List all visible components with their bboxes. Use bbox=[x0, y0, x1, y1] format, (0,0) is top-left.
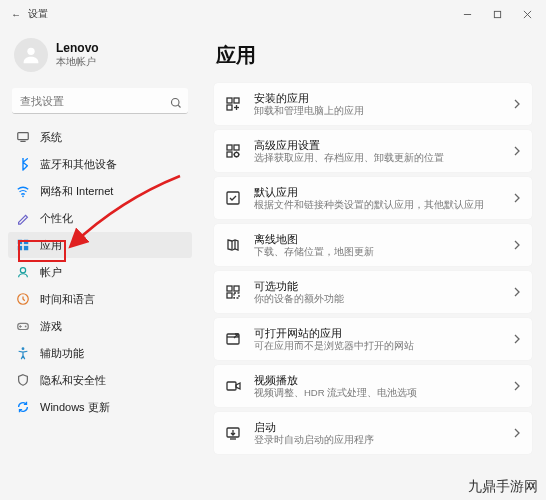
sidebar-item-bluetooth[interactable]: 蓝牙和其他设备 bbox=[8, 151, 192, 177]
sidebar-item-update[interactable]: Windows 更新 bbox=[8, 394, 192, 420]
svg-line-6 bbox=[178, 105, 180, 107]
card-title: 高级应用设置 bbox=[254, 139, 512, 152]
sidebar-item-personalization[interactable]: 个性化 bbox=[8, 205, 192, 231]
svg-rect-33 bbox=[227, 293, 232, 298]
sidebar-item-time[interactable]: 时间和语言 bbox=[8, 286, 192, 312]
search-input[interactable] bbox=[12, 88, 188, 114]
gaming-icon bbox=[16, 319, 30, 333]
card-offline[interactable]: 离线地图 下载、存储位置，地图更新 bbox=[214, 224, 532, 266]
sidebar-item-label: 系统 bbox=[40, 130, 62, 145]
profile[interactable]: Lenovo 本地帐户 bbox=[8, 34, 192, 82]
svg-point-9 bbox=[22, 195, 24, 197]
chevron-right-icon bbox=[512, 95, 522, 113]
openweb-icon bbox=[224, 330, 242, 348]
svg-rect-11 bbox=[24, 240, 28, 244]
card-desc: 卸载和管理电脑上的应用 bbox=[254, 105, 512, 116]
settings-cards: 安装的应用 卸载和管理电脑上的应用 高级应用设置 选择获取应用、存档应用、卸载更… bbox=[214, 83, 532, 454]
svg-rect-28 bbox=[227, 192, 239, 204]
sidebar-item-label: 时间和语言 bbox=[40, 292, 95, 307]
svg-rect-38 bbox=[227, 382, 236, 390]
sidebar-item-label: 隐私和安全性 bbox=[40, 373, 106, 388]
optional-icon bbox=[224, 283, 242, 301]
card-defaults[interactable]: 默认应用 根据文件和链接种类设置的默认应用，其他默认应用 bbox=[214, 177, 532, 219]
chevron-right-icon bbox=[512, 283, 522, 301]
card-desc: 你的设备的额外功能 bbox=[254, 293, 512, 304]
chevron-right-icon bbox=[512, 377, 522, 395]
chevron-right-icon bbox=[512, 236, 522, 254]
sidebar-item-label: 辅助功能 bbox=[40, 346, 84, 361]
chevron-right-icon bbox=[512, 330, 522, 348]
card-optional[interactable]: 可选功能 你的设备的额外功能 bbox=[214, 271, 532, 313]
card-title: 默认应用 bbox=[254, 186, 512, 199]
svg-rect-1 bbox=[494, 11, 500, 17]
sidebar: Lenovo 本地帐户 系统蓝牙和其他设备网络和 Internet个性化应用帐户… bbox=[0, 28, 200, 500]
sidebar-item-apps[interactable]: 应用 bbox=[8, 232, 192, 258]
profile-name: Lenovo bbox=[56, 41, 99, 55]
profile-sub: 本地帐户 bbox=[56, 55, 99, 69]
watermark: 九鼎手游网 bbox=[468, 478, 538, 496]
minimize-button[interactable] bbox=[452, 2, 482, 26]
main-area: 应用 安装的应用 卸载和管理电脑上的应用 高级应用设置 选择获取应用、存档应用、… bbox=[200, 28, 546, 500]
offline-icon bbox=[224, 236, 242, 254]
sidebar-item-label: Windows 更新 bbox=[40, 400, 110, 415]
sidebar-item-network[interactable]: 网络和 Internet bbox=[8, 178, 192, 204]
maximize-button[interactable] bbox=[482, 2, 512, 26]
page-title: 应用 bbox=[216, 42, 532, 69]
svg-rect-7 bbox=[18, 133, 29, 140]
video-icon bbox=[224, 377, 242, 395]
chevron-right-icon bbox=[512, 189, 522, 207]
svg-rect-10 bbox=[18, 240, 22, 244]
card-desc: 登录时自动启动的应用程序 bbox=[254, 434, 512, 445]
card-title: 可选功能 bbox=[254, 280, 512, 293]
back-icon[interactable]: ← bbox=[10, 8, 22, 20]
sidebar-item-label: 游戏 bbox=[40, 319, 62, 334]
sidebar-item-label: 帐户 bbox=[40, 265, 62, 280]
sidebar-item-gaming[interactable]: 游戏 bbox=[8, 313, 192, 339]
advanced-icon bbox=[224, 142, 242, 160]
network-icon bbox=[16, 184, 30, 198]
sidebar-item-accessibility[interactable]: 辅助功能 bbox=[8, 340, 192, 366]
update-icon bbox=[16, 400, 30, 414]
svg-rect-21 bbox=[227, 105, 232, 110]
card-title: 可打开网站的应用 bbox=[254, 327, 512, 340]
sidebar-item-privacy[interactable]: 隐私和安全性 bbox=[8, 367, 192, 393]
card-advanced[interactable]: 高级应用设置 选择获取应用、存档应用、卸载更新的位置 bbox=[214, 130, 532, 172]
accessibility-icon bbox=[16, 346, 30, 360]
card-desc: 视频调整、HDR 流式处理、电池选项 bbox=[254, 387, 512, 398]
svg-rect-34 bbox=[234, 293, 239, 298]
svg-rect-25 bbox=[234, 145, 239, 150]
svg-point-14 bbox=[20, 268, 25, 273]
privacy-icon bbox=[16, 373, 30, 387]
card-desc: 根据文件和链接种类设置的默认应用，其他默认应用 bbox=[254, 199, 512, 210]
svg-rect-20 bbox=[234, 98, 239, 103]
defaults-icon bbox=[224, 189, 242, 207]
card-installed[interactable]: 安装的应用 卸载和管理电脑上的应用 bbox=[214, 83, 532, 125]
title-bar: ← 设置 bbox=[0, 0, 546, 28]
avatar bbox=[14, 38, 48, 72]
personalization-icon bbox=[16, 211, 30, 225]
card-startup[interactable]: 启动 登录时自动启动的应用程序 bbox=[214, 412, 532, 454]
sidebar-item-label: 个性化 bbox=[40, 211, 73, 226]
close-button[interactable] bbox=[512, 2, 542, 26]
card-title: 离线地图 bbox=[254, 233, 512, 246]
card-desc: 下载、存储位置，地图更新 bbox=[254, 246, 512, 257]
sidebar-item-accounts[interactable]: 帐户 bbox=[8, 259, 192, 285]
chevron-right-icon bbox=[512, 142, 522, 160]
sidebar-nav: 系统蓝牙和其他设备网络和 Internet个性化应用帐户时间和语言游戏辅助功能隐… bbox=[8, 124, 192, 420]
apps-icon bbox=[16, 238, 30, 252]
sidebar-item-system[interactable]: 系统 bbox=[8, 124, 192, 150]
installed-icon bbox=[224, 95, 242, 113]
search-box[interactable] bbox=[12, 88, 188, 114]
svg-point-27 bbox=[234, 152, 238, 156]
sidebar-item-label: 应用 bbox=[40, 238, 62, 253]
sidebar-item-label: 蓝牙和其他设备 bbox=[40, 157, 117, 172]
bluetooth-icon bbox=[16, 157, 30, 171]
chevron-right-icon bbox=[512, 424, 522, 442]
svg-rect-13 bbox=[24, 246, 28, 250]
card-title: 安装的应用 bbox=[254, 92, 512, 105]
card-video[interactable]: 视频播放 视频调整、HDR 流式处理、电池选项 bbox=[214, 365, 532, 407]
card-title: 视频播放 bbox=[254, 374, 512, 387]
svg-point-4 bbox=[27, 48, 34, 55]
card-openweb[interactable]: 可打开网站的应用 可在应用而不是浏览器中打开的网站 bbox=[214, 318, 532, 360]
card-title: 启动 bbox=[254, 421, 512, 434]
